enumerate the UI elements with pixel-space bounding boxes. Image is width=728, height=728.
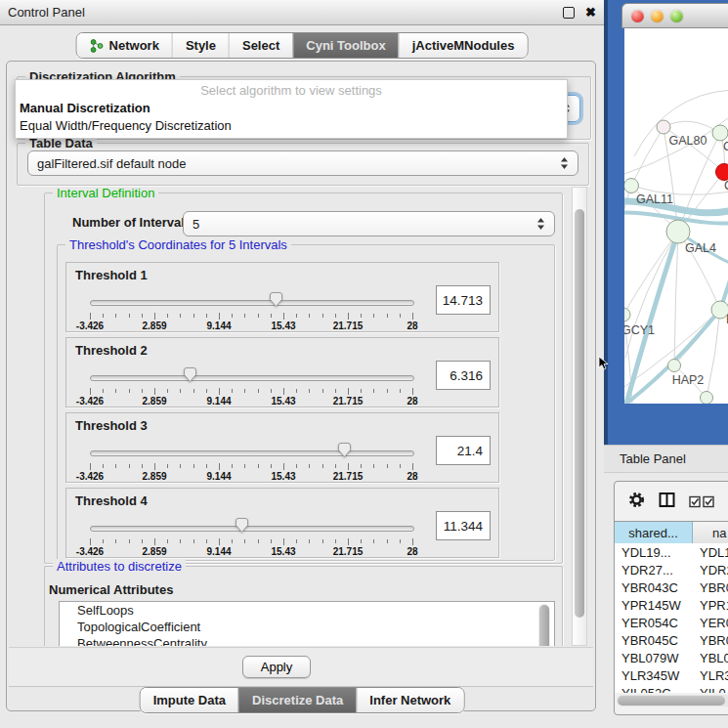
table-row[interactable]: YDL19...YDL1: [615, 543, 728, 561]
slider-track[interactable]: [90, 450, 414, 456]
tick-label: 9.144: [197, 546, 240, 557]
tick-label: -3.426: [68, 546, 111, 557]
thresholds-group: Threshold's Coordinates for 5 Intervals …: [57, 244, 555, 561]
column-header-name[interactable]: na: [693, 522, 728, 544]
network-edge[interactable]: [664, 121, 720, 133]
slider-thumb[interactable]: [269, 291, 283, 308]
threshold-panel-1: Threshold 1-3.4262.8599.14415.4321.71528…: [65, 262, 499, 332]
slider-track[interactable]: [90, 526, 414, 532]
threshold-value-field[interactable]: 21.4: [436, 436, 491, 465]
threshold-value-field[interactable]: 14.713: [436, 285, 491, 315]
screenshot-root: Control Panel ✖ NetworkStyleSelectCyni T…: [0, 0, 728, 728]
list-scrollbar-thumb[interactable]: [539, 605, 549, 646]
tab-cyni-toolbox[interactable]: Cyni Toolbox: [292, 33, 398, 58]
gal80-node[interactable]: [657, 120, 670, 134]
cyni-toolbox-panel: Discretization Algorithm Select algorith…: [6, 61, 596, 711]
slider-thumb[interactable]: [337, 442, 352, 458]
list-scrollbar[interactable]: [538, 604, 550, 646]
slider-track[interactable]: [90, 375, 414, 381]
close-icon[interactable]: ✖: [585, 8, 596, 18]
dropdown-option-equal-width-frequency-discretization[interactable]: Equal Width/Frequency Discretization: [16, 117, 567, 135]
table-row[interactable]: YER054CYER0: [615, 614, 728, 631]
tick-label: 28: [391, 396, 434, 407]
tab-jactivemnodules[interactable]: jActiveMNodules: [399, 33, 528, 58]
table-data-combo-value: galFiltered.sif default node: [37, 156, 560, 171]
select-columns-checkboxes[interactable]: [689, 494, 715, 508]
bottom-node[interactable]: [701, 392, 713, 405]
attribute-item-betweennesscentrality[interactable]: BetweennessCentrality: [60, 635, 554, 646]
slider-thumb[interactable]: [183, 366, 197, 383]
numerical-attributes-list[interactable]: SelfLoopsTopologicalCoefficientBetweenne…: [59, 601, 555, 646]
network-canvas[interactable]: GAL80GACGAL11GAL4GCY1HHAP2: [624, 28, 728, 404]
threshold-label: Threshold 4: [75, 493, 148, 508]
tick-label: 21.715: [326, 546, 369, 557]
column-header-shared-name[interactable]: shared...: [615, 522, 693, 544]
network-edge[interactable]: [624, 186, 631, 315]
gcy1-node[interactable]: [624, 308, 630, 321]
numerical-attributes-label: Numerical Attributes: [49, 582, 173, 597]
settings-scrollbar[interactable]: [572, 187, 587, 646]
gal4-node[interactable]: [666, 220, 690, 243]
tab-select[interactable]: Select: [229, 33, 292, 58]
zoom-traffic-light-icon[interactable]: [670, 10, 683, 22]
checkbox-icon: [703, 494, 715, 508]
node-label-ga: GA: [723, 140, 728, 153]
attribute-item-selfloops[interactable]: SelfLoops: [60, 602, 554, 619]
minimize-traffic-light-icon[interactable]: [651, 10, 664, 22]
tick-label: 2.859: [133, 471, 176, 482]
number-of-intervals-combo[interactable]: 5: [183, 211, 555, 236]
threshold-value-field[interactable]: 6.316: [436, 361, 491, 390]
control-panel-titlebar: Control Panel ✖: [0, 0, 604, 25]
table-hscrollbar-thumb[interactable]: [618, 696, 725, 706]
table-hscrollbar[interactable]: [617, 695, 728, 707]
gear-icon[interactable]: [628, 492, 645, 511]
apply-strip: Apply: [9, 647, 593, 687]
table-panel-titlebar: Table Panel: [604, 445, 728, 473]
tick-label: 15.43: [262, 546, 305, 557]
table-row[interactable]: YDR27...YDR2: [615, 561, 728, 578]
tick-label: 15.43: [262, 471, 305, 482]
node-label-c: C: [724, 179, 728, 193]
threshold-panel-3: Threshold 3-3.4262.8599.14415.4321.71528…: [65, 412, 499, 483]
tick-label: 21.715: [326, 321, 369, 331]
apply-button[interactable]: Apply: [242, 656, 312, 678]
tab-discretize-data[interactable]: Discretize Data: [238, 688, 356, 712]
table-row[interactable]: YBR043CYBR0: [615, 578, 728, 596]
attribute-item-topologicalcoefficient[interactable]: TopologicalCoefficient: [60, 619, 554, 635]
red-node[interactable]: [716, 164, 728, 181]
tab-network[interactable]: Network: [77, 33, 172, 58]
table-row[interactable]: YPR145WYPR1: [615, 596, 728, 614]
table-row[interactable]: YIL052CYIL0: [615, 684, 728, 693]
node-table-panel: shared... na YDL19...YDL1YDR27...YDR2YBR…: [614, 481, 728, 715]
hap2-node[interactable]: [668, 360, 681, 372]
table-row[interactable]: YBR045CYBR0: [615, 631, 728, 649]
columns-icon[interactable]: [659, 492, 675, 511]
table-row[interactable]: YBL079WYBL0: [615, 649, 728, 666]
number-of-intervals-label: Number of Intervals: [72, 215, 192, 230]
gal11-node[interactable]: [624, 179, 639, 193]
float-window-icon[interactable]: [563, 7, 575, 19]
control-panel-window: Control Panel ✖ NetworkStyleSelectCyni T…: [0, 0, 604, 728]
network-edge[interactable]: [674, 232, 678, 365]
tick-label: 28: [391, 546, 434, 557]
tick-label: 28: [391, 471, 434, 482]
top-right-node[interactable]: [712, 125, 728, 141]
tick-label: 21.715: [326, 396, 369, 407]
tick-label: 9.144: [197, 471, 240, 482]
slider-track[interactable]: [90, 300, 414, 306]
close-traffic-light-icon[interactable]: [631, 10, 644, 22]
threshold-panel-2: Threshold 2-3.4262.8599.14415.4321.71528…: [65, 337, 499, 407]
threshold-label: Threshold 2: [75, 343, 148, 358]
tab-style[interactable]: Style: [172, 33, 229, 58]
network-edge[interactable]: [624, 232, 678, 315]
threshold-value-field[interactable]: 11.344: [436, 511, 491, 540]
tab-infer-network[interactable]: Infer Network: [356, 688, 463, 712]
network-window[interactable]: GAL80GACGAL11GAL4GCY1HHAP2: [621, 3, 728, 410]
tab-impute-data[interactable]: Impute Data: [141, 688, 238, 712]
table-row[interactable]: YLR345WYLR3: [615, 666, 728, 684]
network-edge[interactable]: [626, 232, 678, 404]
settings-scrollbar-thumb[interactable]: [575, 209, 584, 618]
table-data-combo[interactable]: galFiltered.sif default node: [27, 150, 578, 176]
slider-thumb[interactable]: [235, 517, 249, 534]
dropdown-option-manual-discretization[interactable]: Manual Discretization: [16, 100, 567, 117]
